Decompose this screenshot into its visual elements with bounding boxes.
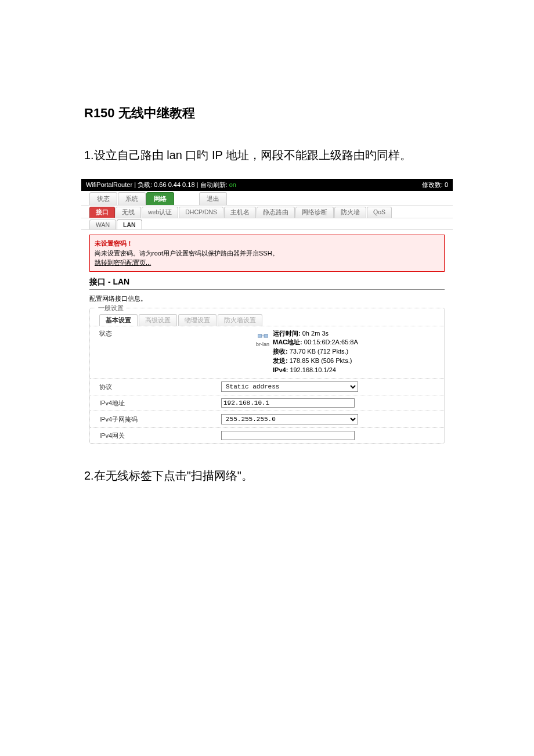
- interface-status: br-lan 运行时间: 0h 2m 3s MAC地址: 00:15:6D:2A…: [221, 329, 435, 376]
- password-warning: 未设置密码！ 尚未设置密码。请为root用户设置密码以保护路由器并开启SSH。 …: [89, 235, 445, 272]
- setting-tab-advanced[interactable]: 高级设置: [139, 314, 177, 326]
- rx-label: 接收:: [273, 348, 288, 355]
- iface-tab-lan[interactable]: LAN: [117, 219, 142, 229]
- interface-name: br-lan: [256, 341, 269, 348]
- router-screenshot: WifiPortalRouter | 负载: 0.66 0.44 0.18 | …: [81, 179, 453, 448]
- subtab-interfaces[interactable]: 接口: [89, 207, 115, 218]
- mac-label: MAC地址:: [273, 339, 302, 345]
- ipv4-gateway-input[interactable]: [221, 431, 355, 440]
- doc-step-1: 1.设立自己路由 lan 口旳 IP 地址，网段不能跟上级路由旳同样。: [84, 145, 447, 165]
- network-subtabs: 接口 无线 web认证 DHCP/DNS 主机名 静态路由 网络诊断 防火墙 Q…: [81, 205, 453, 218]
- setting-tab-physical[interactable]: 物理设置: [178, 314, 217, 326]
- doc-title: R150 无线中继教程: [84, 105, 447, 122]
- subtab-diagnostics[interactable]: 网络诊断: [295, 207, 334, 218]
- setting-tabs: 基本设置 高级设置 物理设置 防火墙设置: [90, 311, 444, 326]
- subtab-qos[interactable]: QoS: [367, 207, 392, 218]
- top-status-bar: WifiPortalRouter | 负载: 0.66 0.44 0.18 | …: [81, 179, 453, 191]
- iface-tab-wan[interactable]: WAN: [89, 219, 116, 229]
- password-warning-link[interactable]: 跳转到密码配置页...: [95, 259, 151, 266]
- subtab-firewall[interactable]: 防火墙: [334, 207, 366, 218]
- subtab-wireless[interactable]: 无线: [116, 207, 141, 218]
- setting-tab-basic[interactable]: 基本设置: [99, 314, 138, 326]
- ipv4-value: 192.168.10.1/24: [290, 366, 336, 373]
- protocol-select[interactable]: Static address: [221, 381, 358, 392]
- ipv4-netmask-label: IPv4子网掩码: [99, 415, 221, 424]
- auto-refresh-label: 自动刷新:: [200, 181, 228, 188]
- subtab-hostnames[interactable]: 主机名: [224, 207, 256, 218]
- uptime-value: 0h 2m 3s: [302, 330, 329, 337]
- subtab-dhcpdns[interactable]: DHCP/DNS: [179, 207, 223, 218]
- ipv4-label: IPv4:: [273, 366, 288, 373]
- subtab-static-routes[interactable]: 静态路由: [257, 207, 295, 218]
- password-warning-body: 尚未设置密码。请为root用户设置密码以保护路由器并开启SSH。: [95, 249, 439, 258]
- doc-step-2: 2.在无线标签下点击"扫描网络"。: [84, 466, 447, 485]
- rx-value: 73.70 KB (712 Pkts.): [290, 348, 349, 355]
- mac-value: 00:15:6D:2A:65:8A: [304, 339, 358, 345]
- tab-logout[interactable]: 退出: [199, 192, 227, 205]
- tx-value: 178.85 KB (506 Pkts.): [290, 357, 352, 364]
- general-settings-fieldset: 一般设置 基本设置 高级设置 物理设置 防火墙设置 状态: [89, 308, 445, 444]
- interface-tabs: WAN LAN: [81, 218, 453, 230]
- ipv4-gateway-label: IPv4网关: [99, 431, 221, 440]
- load-values: 0.66 0.44 0.18: [154, 181, 194, 188]
- ipv4-address-label: IPv4地址: [99, 399, 221, 408]
- password-warning-title: 未设置密码！: [95, 239, 439, 249]
- fieldset-legend: 一般设置: [96, 304, 126, 312]
- load-label: 负载: [138, 181, 150, 188]
- changes-count[interactable]: 0: [445, 181, 448, 188]
- subtab-webauth[interactable]: web认证: [142, 207, 178, 218]
- uptime-label: 运行时间:: [273, 330, 301, 337]
- network-icon: [258, 333, 268, 341]
- section-header: 接口 - LAN: [89, 275, 445, 290]
- changes-label: 修改数:: [422, 181, 443, 188]
- svg-rect-0: [258, 334, 262, 337]
- svg-rect-1: [264, 334, 268, 337]
- setting-tab-firewall[interactable]: 防火墙设置: [218, 314, 262, 326]
- tab-network[interactable]: 网络: [146, 192, 174, 205]
- ipv4-address-input[interactable]: [221, 398, 355, 408]
- protocol-label: 协议: [99, 383, 221, 391]
- hostname: WifiPortalRouter: [86, 181, 132, 188]
- tx-label: 发送:: [273, 357, 288, 364]
- ipv4-netmask-select[interactable]: 255.255.255.0: [221, 414, 358, 424]
- tab-status[interactable]: 状态: [89, 192, 117, 205]
- main-tabs: 状态 系统 网络 退出: [81, 191, 453, 205]
- section-desc: 配置网络接口信息。: [89, 294, 445, 303]
- auto-refresh-state[interactable]: on: [229, 181, 236, 188]
- tab-system[interactable]: 系统: [118, 192, 146, 205]
- status-label: 状态: [99, 329, 221, 338]
